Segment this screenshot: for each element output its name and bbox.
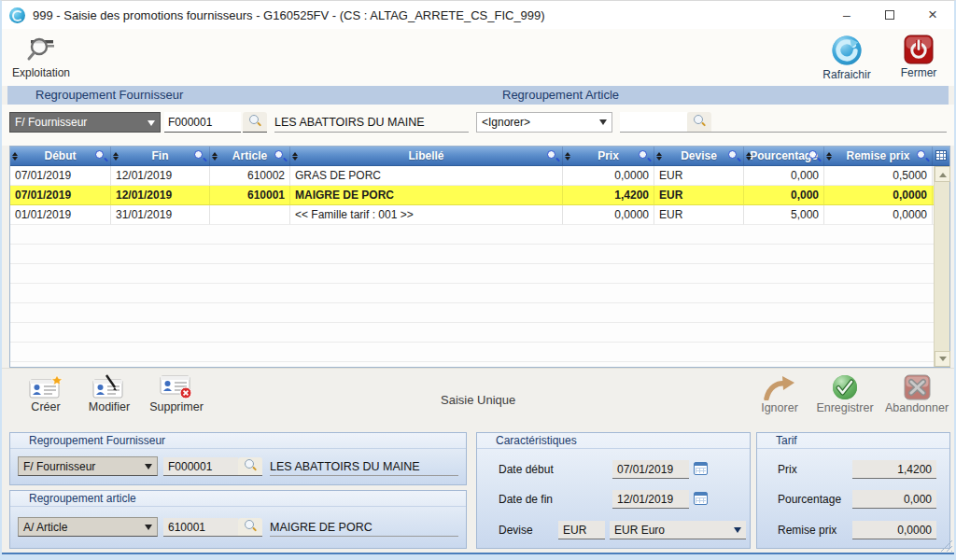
remise-input[interactable]: 0,0000 [852, 521, 936, 539]
article-code-input[interactable] [620, 112, 687, 132]
value: 0,0000 [897, 524, 932, 537]
fournisseur-search-button[interactable] [243, 112, 267, 133]
modifier-label: Modifier [89, 400, 130, 413]
article-type-select[interactable]: <Ignorer> [476, 112, 612, 133]
value: 12/01/2019 [617, 493, 673, 506]
grid-corner[interactable] [933, 147, 949, 165]
devise-select[interactable]: EUR Euro [610, 521, 746, 539]
value: 07/01/2019 [617, 463, 673, 476]
form-article-type-select[interactable]: A/ Article [18, 517, 158, 537]
minimize-button[interactable]: – [825, 1, 868, 29]
date-debut-input[interactable]: 07/01/2019 [612, 460, 689, 479]
column-search-icon[interactable] [728, 150, 740, 162]
chevron-down-icon [734, 527, 741, 537]
vertical-scrollbar[interactable] [934, 166, 949, 367]
search-icon [248, 115, 262, 129]
pourcentage-input[interactable]: 0,000 [852, 490, 936, 509]
delete-card-icon [159, 374, 194, 399]
save-check-icon [830, 374, 860, 400]
form-fournisseur-search-button[interactable] [238, 457, 262, 476]
chevron-down-icon [145, 525, 152, 534]
creer-button[interactable]: Créer [13, 374, 78, 413]
article-filter-field [620, 112, 947, 133]
scroll-up-button[interactable] [935, 166, 950, 182]
col-header-prix[interactable]: Prix [563, 147, 654, 165]
col-header-remise[interactable]: Remise prix [824, 147, 933, 165]
column-search-icon[interactable] [808, 150, 821, 162]
column-search-icon[interactable] [95, 150, 107, 162]
form-article-code-input[interactable]: 610001 [163, 518, 238, 537]
table-row[interactable]: 07/01/2019 12/01/2019 610002 GRAS DE POR… [10, 166, 949, 186]
prix-input[interactable]: 1,4200 [852, 460, 936, 479]
date-fin-input[interactable]: 12/01/2019 [612, 490, 689, 509]
col-header-pourcentage[interactable]: Pourcentage [744, 147, 824, 165]
maximize-button[interactable] [868, 1, 911, 29]
cell-fin: 12/01/2019 [111, 186, 210, 205]
abandonner-button[interactable]: Abandonner [884, 374, 949, 414]
cell-libelle: GRAS DE PORC [290, 166, 563, 186]
close-button[interactable]: × [911, 1, 954, 29]
fermer-button[interactable]: Fermer [885, 35, 952, 79]
fournisseur-type-select[interactable]: F/ Fournisseur [9, 112, 161, 133]
cell-devise: EUR [654, 166, 744, 186]
sort-icon [826, 149, 832, 163]
group-caracteristiques: Caractéristiques Date début 07/01/2019 D… [476, 432, 751, 549]
creer-label: Créer [31, 400, 60, 413]
cell-remise: 0,0000 [824, 205, 933, 225]
col-header-article[interactable]: Article [210, 147, 290, 165]
saisie-mode-label: Saisie Unique [441, 393, 515, 407]
scroll-down-button[interactable] [935, 351, 950, 367]
form-fournisseur-code-input[interactable]: F000001 [163, 457, 238, 476]
column-search-icon[interactable] [547, 150, 559, 162]
form-fournisseur-type-select[interactable]: F/ Fournisseur [18, 456, 158, 476]
ignorer-button[interactable]: Ignorer [747, 374, 812, 414]
fournisseur-code-input[interactable]: F000001 [164, 112, 241, 133]
search-icon [693, 115, 707, 129]
value: MAIGRE DE PORC [270, 521, 373, 534]
form-article-search-button[interactable] [238, 518, 262, 537]
cell-fin: 31/01/2019 [111, 205, 210, 225]
calendar-icon[interactable] [694, 492, 708, 505]
value: 0,000 [904, 493, 932, 506]
sort-icon [746, 149, 752, 163]
date-fin-label: Date de fin [499, 493, 553, 506]
calendar-icon[interactable] [694, 462, 708, 475]
column-search-icon[interactable] [194, 150, 206, 162]
exploitation-button[interactable]: Exploitation [7, 35, 75, 79]
window-bottom-border [2, 553, 954, 560]
col-header-libelle[interactable]: Libellé [290, 147, 563, 165]
col-label: Article [232, 149, 267, 162]
enregistrer-button[interactable]: Enregistrer [812, 374, 878, 414]
devise-code-input[interactable]: EUR [558, 521, 605, 539]
table-row[interactable]: 01/01/2019 31/01/2019 << Famille tarif :… [10, 205, 949, 225]
cell-debut: 07/01/2019 [10, 186, 111, 205]
cell-pourcentage: 0,000 [744, 186, 824, 205]
sort-icon [656, 149, 662, 163]
minimize-icon: – [843, 7, 851, 22]
maximize-icon [885, 10, 894, 20]
col-header-fin[interactable]: Fin [111, 147, 210, 165]
fournisseur-type-value: F/ Fournisseur [15, 116, 87, 129]
col-label: Pourcentage [750, 149, 818, 162]
chevron-down-icon [145, 464, 152, 473]
cell-prix: 1,4200 [563, 186, 654, 205]
rafraichir-button[interactable]: Rafraichir [813, 35, 880, 81]
value: F000001 [168, 460, 212, 473]
grid-options-icon [935, 150, 947, 161]
column-search-icon[interactable] [639, 150, 651, 162]
article-type-value: <Ignorer> [482, 116, 530, 129]
modifier-button[interactable]: Modifier [77, 374, 142, 413]
sort-icon [212, 149, 218, 163]
supprimer-button[interactable]: Supprimer [144, 374, 209, 413]
article-search-button[interactable] [687, 112, 711, 132]
column-search-icon[interactable] [917, 150, 929, 162]
column-search-icon[interactable] [274, 150, 287, 162]
cell-devise: EUR [654, 205, 744, 225]
col-header-debut[interactable]: Début [10, 147, 111, 165]
col-header-devise[interactable]: Devise [654, 147, 744, 165]
sort-icon [113, 149, 119, 163]
value: EUR [563, 524, 586, 537]
skip-arrow-icon [763, 374, 796, 400]
value: 1,4200 [897, 463, 932, 476]
table-row-selected[interactable]: 07/01/2019 12/01/2019 610001 MAIGRE DE P… [10, 186, 949, 205]
